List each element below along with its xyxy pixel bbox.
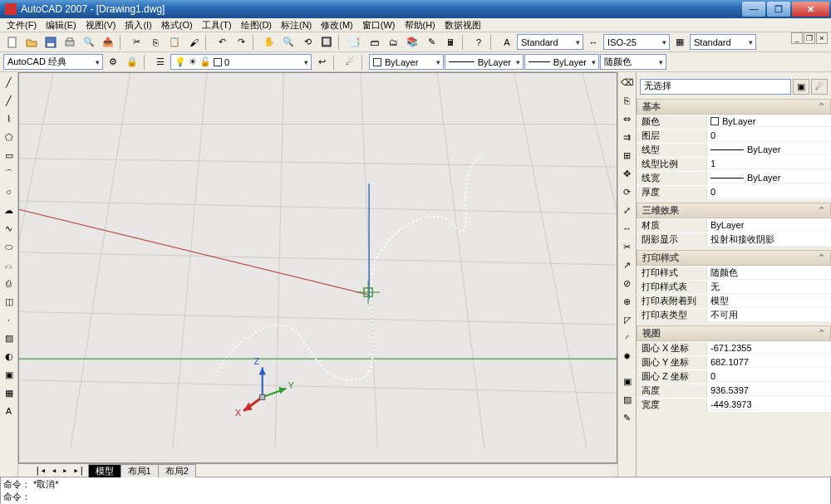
explode-tool[interactable]: ✸	[618, 348, 637, 365]
menu-draw[interactable]: 绘图(D)	[238, 19, 275, 32]
minimize-button[interactable]: —	[742, 2, 765, 17]
prop-row[interactable]: 线宽ByLayer	[637, 171, 831, 185]
model-tab[interactable]: 模型	[88, 464, 121, 477]
linetype-dropdown[interactable]: ByLayer	[445, 54, 524, 70]
layerprev-button[interactable]: ↩	[312, 54, 331, 71]
zoom-prev-button[interactable]: ⟲	[298, 34, 317, 51]
layout2-tab[interactable]: 布局2	[158, 464, 196, 477]
block-edit-tool[interactable]: ▣	[618, 373, 637, 389]
pline-tool[interactable]: ⌇	[0, 110, 18, 127]
color-dropdown[interactable]: ByLayer	[369, 54, 444, 70]
point-tool[interactable]: ·	[0, 311, 18, 328]
preview-button[interactable]: 🔍	[80, 34, 98, 51]
copy-tool[interactable]: ⎘	[618, 92, 637, 109]
designcenter-button[interactable]: 🗃	[365, 34, 383, 51]
offset-tool[interactable]: ⇉	[618, 129, 637, 145]
stretch-tool[interactable]: ↔	[618, 220, 637, 237]
layerprops-button[interactable]: ☰	[151, 54, 170, 71]
command-window[interactable]: 命令： *取消* 命令：	[0, 477, 831, 504]
prop-section-threeD[interactable]: 三维效果⌃	[637, 203, 831, 218]
line-tool[interactable]: ╱	[0, 74, 18, 91]
gradient-tool[interactable]: ◐	[0, 348, 18, 365]
prop-row[interactable]: 图层0	[637, 129, 831, 143]
tab-nav-buttons[interactable]: |◂ ◂ ▸ ▸|	[35, 465, 85, 476]
mirror-tool[interactable]: ⇔	[618, 110, 637, 127]
textstyle-dropdown[interactable]: Standard	[517, 34, 583, 50]
layout1-tab[interactable]: 布局1	[120, 464, 159, 477]
prop-row[interactable]: 宽度-449.3973	[637, 398, 831, 412]
cut-button[interactable]: ✂	[127, 34, 145, 51]
tablestyle-icon[interactable]: ▦	[671, 34, 689, 51]
menu-dim[interactable]: 标注(N)	[278, 19, 315, 32]
menu-dataview[interactable]: 数据视图	[441, 19, 484, 32]
spline-tool[interactable]: ∿	[0, 220, 18, 237]
break-tool[interactable]: ⊘	[618, 275, 637, 291]
prop-row[interactable]: 圆心 Y 坐标682.1077	[637, 355, 831, 369]
plotstyle-dropdown[interactable]: 随颜色	[600, 54, 666, 70]
scale-tool[interactable]: ⤢	[618, 202, 637, 218]
workspace-lock-button[interactable]: 🔒	[123, 54, 141, 71]
new-button[interactable]	[3, 34, 22, 51]
prop-section-plot[interactable]: 打印样式⌃	[637, 250, 831, 266]
prop-row[interactable]: 高度936.5397	[637, 384, 831, 398]
prop-section-view[interactable]: 视图⌃	[637, 325, 831, 341]
copy-button[interactable]: ⎘	[146, 34, 165, 51]
prop-row[interactable]: 打印样式随颜色	[637, 266, 831, 280]
publish-button[interactable]: 📤	[99, 34, 117, 51]
arc-tool[interactable]: ⌒	[0, 165, 18, 182]
open-button[interactable]	[22, 34, 41, 51]
mdi-close[interactable]: ×	[816, 32, 828, 44]
selection-dropdown[interactable]: 无选择	[640, 79, 791, 95]
hatch-edit-tool[interactable]: ▨	[618, 391, 637, 408]
erase-tool[interactable]: ⌫	[618, 74, 637, 91]
move-tool[interactable]: ✥	[618, 165, 637, 182]
menu-file[interactable]: 文件(F)	[3, 19, 40, 32]
prop-row[interactable]: 圆心 Z 坐标0	[637, 369, 831, 384]
join-tool[interactable]: ⊕	[618, 293, 637, 310]
xline-tool[interactable]: ╱	[0, 92, 18, 109]
prop-row[interactable]: 线型ByLayer	[637, 143, 831, 157]
dimstyle-dropdown[interactable]: ISO-25	[603, 34, 670, 50]
mdi-restore[interactable]: ❐	[804, 32, 815, 44]
maximize-button[interactable]: ❐	[767, 2, 790, 17]
plot-button[interactable]	[61, 34, 79, 51]
chamfer-tool[interactable]: ◸	[618, 311, 637, 328]
menu-help[interactable]: 帮助(H)	[401, 19, 439, 32]
drawing-canvas[interactable]: Z Y X	[18, 72, 617, 463]
toolpal-button[interactable]: 🗂	[384, 34, 402, 51]
rotate-tool[interactable]: ⟳	[618, 183, 637, 200]
menu-insert[interactable]: 插入(I)	[121, 19, 155, 32]
mtext-tool[interactable]: A	[0, 403, 18, 419]
save-button[interactable]	[42, 34, 60, 51]
paste-button[interactable]: 📋	[165, 34, 184, 51]
pen-tool[interactable]: ✎	[618, 409, 637, 426]
layer-tool-icon[interactable]: ☄	[341, 54, 359, 71]
calc-button[interactable]: 🖩	[441, 34, 460, 51]
table-tool[interactable]: ▦	[0, 384, 18, 401]
prop-row[interactable]: 材质ByLayer	[637, 218, 831, 232]
circle-tool[interactable]: ○	[0, 183, 18, 200]
quick-select-button[interactable]: ☄	[811, 79, 828, 95]
zoom-window-button[interactable]: 🔲	[317, 34, 336, 51]
help-button[interactable]: ?	[470, 34, 488, 51]
markup-button[interactable]: ✎	[422, 34, 440, 51]
properties-button[interactable]: 📑	[346, 34, 364, 51]
dimstyle-icon[interactable]: ↔	[584, 34, 602, 51]
undo-button[interactable]: ↶	[213, 34, 231, 51]
block-tool[interactable]: ◫	[0, 293, 18, 310]
prop-row[interactable]: 厚度0	[637, 185, 831, 199]
polygon-tool[interactable]: ⬠	[0, 129, 18, 145]
ellipsearc-tool[interactable]: ⌓	[0, 257, 18, 273]
prop-row[interactable]: 打印样式表无	[637, 280, 831, 294]
lineweight-dropdown[interactable]: ByLayer	[524, 54, 599, 70]
redo-button[interactable]: ↷	[232, 34, 250, 51]
textstyle-icon[interactable]: A	[498, 34, 516, 51]
match-button[interactable]: 🖌	[184, 34, 203, 51]
pan-button[interactable]: ✋	[260, 34, 278, 51]
ellipse-tool[interactable]: ⬭	[0, 238, 18, 255]
array-tool[interactable]: ⊞	[618, 147, 637, 164]
trim-tool[interactable]: ✂	[618, 238, 637, 255]
workspace-dropdown[interactable]: AutoCAD 经典	[3, 54, 103, 70]
rect-tool[interactable]: ▭	[0, 147, 18, 164]
prop-row[interactable]: 打印表附着到模型	[637, 294, 831, 308]
